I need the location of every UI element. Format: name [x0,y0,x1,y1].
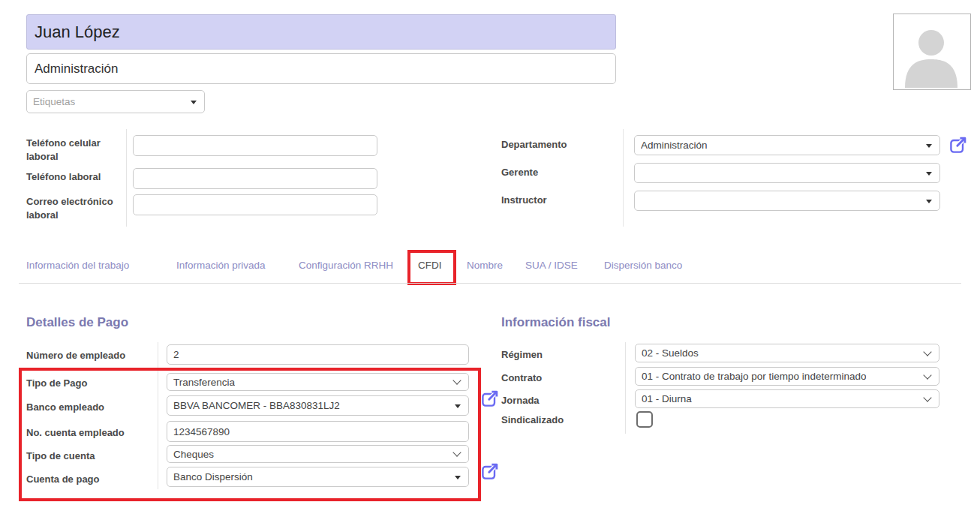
mobile-phone-input[interactable] [133,135,377,156]
select-chevron-icon [452,448,461,456]
coach-label: Instructor [501,194,547,207]
jornada-value: 01 - Diurna [642,393,692,404]
contrato-select[interactable]: 01 - Contrato de trabajo por tiempo inde… [635,367,939,386]
coach-dropdown[interactable] [634,191,940,211]
tags-placeholder: Etiquetas [33,96,75,107]
department-dropdown[interactable]: Administración [634,135,940,155]
mobile-phone-label: Teléfono celular laboral [26,137,118,164]
work-phone-input[interactable] [133,168,377,189]
department-label: Departamento [501,138,567,152]
tab-cfdi[interactable]: CFDI [418,260,442,271]
select-chevron-icon [923,347,931,356]
person-silhouette-icon [894,14,969,88]
account-type-value: Cheques [173,449,214,460]
chevron-down-icon [926,200,932,203]
regimen-label: Régimen [501,348,543,362]
select-chevron-icon [452,376,461,384]
department-value: Administración [641,140,708,151]
external-link-icon[interactable] [481,462,499,480]
regimen-value: 02 - Sueldos [642,347,699,359]
contrato-value: 01 - Contrato de trabajo por tiempo inde… [642,371,866,382]
payment-account-label: Cuenta de pago [26,473,100,486]
regimen-select[interactable]: 02 - Sueldos [635,344,939,362]
payment-section-title: Detalles de Pago [26,315,128,330]
employee-name-input[interactable] [26,14,616,50]
work-email-input[interactable] [133,194,377,215]
employee-number-label: Número de empleado [26,349,125,362]
employee-bank-dropdown[interactable]: BBVA BANCOMER - BBA830831LJ2 [167,395,469,416]
employee-account-label: No. cuenta empleado [26,426,125,440]
chevron-down-icon [191,101,197,104]
employee-bank-label: Banco empleado [26,401,104,414]
employee-bank-value: BBVA BANCOMER - BBA830831LJ2 [173,400,340,411]
account-type-label: Tipo de cuenta [26,449,95,463]
payment-type-select[interactable]: Transferencia [167,373,469,391]
manager-dropdown[interactable] [634,163,940,183]
chevron-down-icon [455,476,461,479]
employee-avatar[interactable] [893,14,971,90]
tab-configuracion-rrhh[interactable]: Configuración RRHH [299,260,393,271]
tabs-underline [19,283,961,284]
payment-account-value: Banco Dispersión [173,471,253,482]
tab-nombre[interactable]: Nombre [467,260,503,271]
payment-type-label: Tipo de Pago [26,377,87,390]
job-title-input[interactable] [26,53,616,84]
chevron-down-icon [926,144,932,148]
tags-dropdown[interactable]: Etiquetas [26,90,205,113]
work-phone-label: Teléfono laboral [26,170,131,184]
payment-account-dropdown[interactable]: Banco Dispersión [167,467,469,487]
select-chevron-icon [923,393,931,401]
external-link-icon[interactable] [481,389,499,407]
jornada-label: Jornada [501,394,540,407]
sindicalizado-label: Sindicalizado [501,413,564,427]
select-chevron-icon [923,371,931,379]
chevron-down-icon [455,404,461,408]
field-separator [158,342,158,489]
manager-label: Gerente [501,166,538,179]
sindicalizado-checkbox[interactable] [636,411,653,428]
tab-dispersion-banco[interactable]: Dispersión banco [604,260,682,271]
jornada-select[interactable]: 01 - Diurna [635,389,939,408]
employee-number-input[interactable] [167,344,469,365]
tab-informacion-privada[interactable]: Información privada [176,260,266,271]
employee-account-input[interactable] [167,421,469,442]
tab-sua-idse[interactable]: SUA / IDSE [525,260,578,271]
payment-type-value: Transferencia [173,377,235,388]
chevron-down-icon [926,172,932,176]
account-type-select[interactable]: Cheques [167,445,469,463]
field-separator [625,342,626,434]
employee-form-page: Etiquetas Teléfono celular laboral Teléf… [0,0,980,508]
tab-informacion-del-trabajo[interactable]: Información del trabajo [26,260,129,271]
fiscal-section-title: Información fiscal [501,315,610,330]
contrato-label: Contrato [501,371,542,385]
work-email-label: Correo electrónico laboral [26,195,124,222]
external-link-icon[interactable] [949,136,967,154]
field-separator [623,129,624,227]
